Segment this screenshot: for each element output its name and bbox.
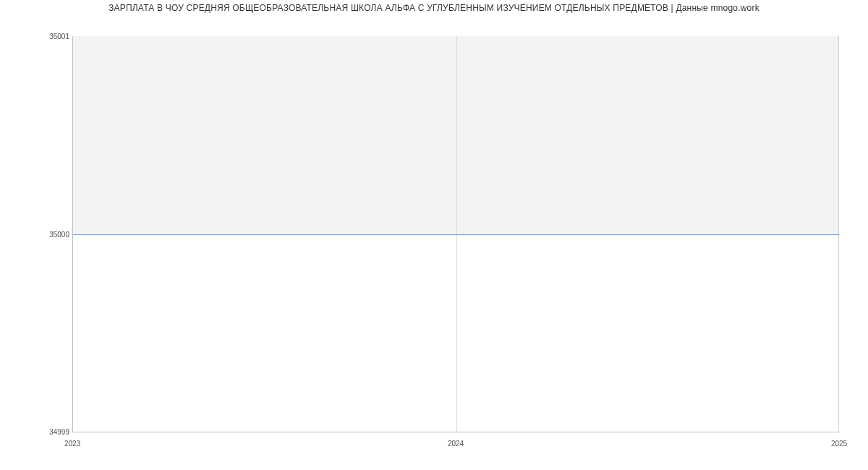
series-line xyxy=(73,234,839,235)
y-tick-34999: 34999 xyxy=(4,428,69,436)
y-tick-35001: 35001 xyxy=(4,33,69,40)
x-tick-2024: 2024 xyxy=(448,440,464,448)
y-tick-35000: 35000 xyxy=(4,231,69,239)
chart-title: ЗАРПЛАТА В ЧОУ СРЕДНЯЯ ОБЩЕОБРАЗОВАТЕЛЬН… xyxy=(0,3,868,13)
x-tick-2023: 2023 xyxy=(64,440,80,448)
x-tick-2025: 2025 xyxy=(831,440,847,448)
plot-area xyxy=(72,36,839,432)
chart-container: ЗАРПЛАТА В ЧОУ СРЕДНЯЯ ОБЩЕОБРАЗОВАТЕЛЬН… xyxy=(0,0,868,470)
